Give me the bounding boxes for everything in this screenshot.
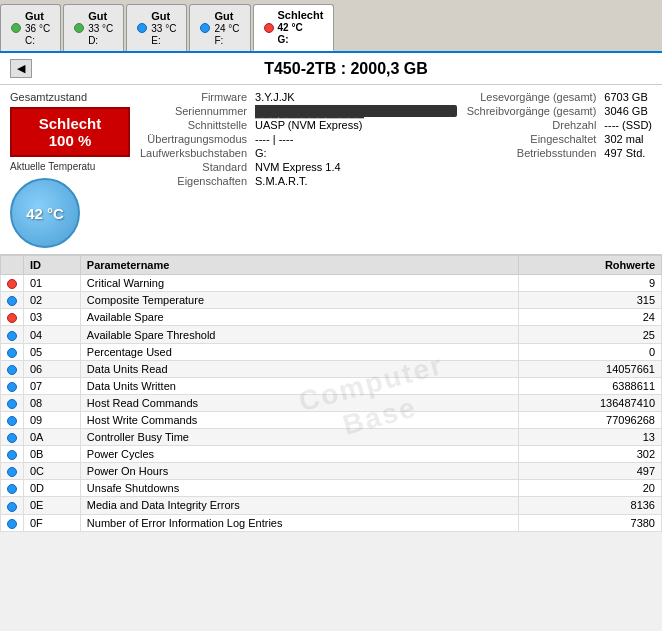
row-value: 9 xyxy=(519,275,662,292)
row-id: 0C xyxy=(24,463,81,480)
table-row[interactable]: 08Host Read Commands136487410 xyxy=(1,394,662,411)
info-value: ██████████████ xyxy=(255,105,457,117)
row-value: 7380 xyxy=(519,514,662,531)
row-status-dot xyxy=(1,446,24,463)
row-status-dot xyxy=(1,360,24,377)
row-id: 04 xyxy=(24,326,81,343)
row-value: 0 xyxy=(519,343,662,360)
row-status-dot xyxy=(1,394,24,411)
tab-1[interactable]: Gut33 °CD: xyxy=(63,4,124,51)
info-label-right: Eingeschaltet xyxy=(467,133,597,145)
tab-dot-4 xyxy=(264,23,274,33)
row-status-dot xyxy=(1,497,24,514)
back-button[interactable]: ◀ xyxy=(10,59,32,78)
row-id: 0B xyxy=(24,446,81,463)
tab-dot-1 xyxy=(74,23,84,33)
right-panel: Lesevorgänge (gesamt)6703 GBSchreibvorgä… xyxy=(467,91,652,248)
row-id: 01 xyxy=(24,275,81,292)
table-row[interactable]: 02Composite Temperature315 xyxy=(1,292,662,309)
info-label-right: Drehzahl xyxy=(467,119,597,131)
info-value: NVM Express 1.4 xyxy=(255,161,457,173)
table-row[interactable]: 07Data Units Written6388611 xyxy=(1,377,662,394)
row-id: 0F xyxy=(24,514,81,531)
row-name: Available Spare xyxy=(80,309,518,326)
info-label: Seriennummer xyxy=(140,105,247,117)
table-row[interactable]: 0BPower Cycles302 xyxy=(1,446,662,463)
row-name: Data Units Read xyxy=(80,360,518,377)
title-bar: ◀ T450-2TB : 2000,3 GB xyxy=(0,53,662,85)
table-row[interactable]: 0FNumber of Error Information Log Entrie… xyxy=(1,514,662,531)
row-status-dot xyxy=(1,326,24,343)
row-name: Number of Error Information Log Entries xyxy=(80,514,518,531)
info-label: Schnittstelle xyxy=(140,119,247,131)
tab-dot-3 xyxy=(200,23,210,33)
left-panel: Gesamtzustand Schlecht 100 % Aktuelle Te… xyxy=(10,91,130,248)
row-id: 05 xyxy=(24,343,81,360)
row-value: 25 xyxy=(519,326,662,343)
info-value-right: 497 Std. xyxy=(604,147,652,159)
info-label: Firmware xyxy=(140,91,247,103)
row-id: 0A xyxy=(24,429,81,446)
row-id: 03 xyxy=(24,309,81,326)
info-value-right: 6703 GB xyxy=(604,91,652,103)
row-value: 136487410 xyxy=(519,394,662,411)
main-info: Gesamtzustand Schlecht 100 % Aktuelle Te… xyxy=(0,85,662,255)
row-status-dot xyxy=(1,377,24,394)
row-id: 08 xyxy=(24,394,81,411)
status-badge: Schlecht 100 % xyxy=(10,107,130,157)
row-value: 6388611 xyxy=(519,377,662,394)
row-value: 497 xyxy=(519,463,662,480)
row-status-dot xyxy=(1,480,24,497)
tab-dot-0 xyxy=(11,23,21,33)
info-value-right: 3046 GB xyxy=(604,105,652,117)
row-id: 0E xyxy=(24,497,81,514)
table-row[interactable]: 01Critical Warning9 xyxy=(1,275,662,292)
tab-bar: Gut36 °CC:Gut33 °CD:Gut33 °CE:Gut24 °CF:… xyxy=(0,0,662,53)
row-name: Controller Busy Time xyxy=(80,429,518,446)
info-label: Übertragungsmodus xyxy=(140,133,247,145)
page-title: T450-2TB : 2000,3 GB xyxy=(40,60,652,78)
row-name: Unsafe Shutdowns xyxy=(80,480,518,497)
info-label: Laufwerksbuchstaben xyxy=(140,147,247,159)
row-id: 09 xyxy=(24,411,81,428)
table-row[interactable]: 03Available Spare24 xyxy=(1,309,662,326)
info-value: ---- | ---- xyxy=(255,133,457,145)
row-status-dot xyxy=(1,514,24,531)
row-name: Critical Warning xyxy=(80,275,518,292)
table-row[interactable]: 0AController Busy Time13 xyxy=(1,429,662,446)
table-row[interactable]: 06Data Units Read14057661 xyxy=(1,360,662,377)
temperature-bubble: 42 °C xyxy=(10,178,80,248)
tab-3[interactable]: Gut24 °CF: xyxy=(189,4,250,51)
info-label-right: Betriebsstunden xyxy=(467,147,597,159)
info-label: Eigenschaften xyxy=(140,175,247,187)
table-row[interactable]: 0CPower On Hours497 xyxy=(1,463,662,480)
row-value: 14057661 xyxy=(519,360,662,377)
table-row[interactable]: 05Percentage Used0 xyxy=(1,343,662,360)
info-value-right: 302 mal xyxy=(604,133,652,145)
smart-table: ID Parametername Rohwerte 01Critical War… xyxy=(0,255,662,531)
info-value: UASP (NVM Express) xyxy=(255,119,457,131)
row-name: Available Spare Threshold xyxy=(80,326,518,343)
tab-2[interactable]: Gut33 °CE: xyxy=(126,4,187,51)
info-value: S.M.A.R.T. xyxy=(255,175,457,187)
info-label-right: Schreibvorgänge (gesamt) xyxy=(467,105,597,117)
row-status-dot xyxy=(1,292,24,309)
row-name: Media and Data Integrity Errors xyxy=(80,497,518,514)
col-value: Rohwerte xyxy=(519,256,662,275)
row-value: 8136 xyxy=(519,497,662,514)
tab-4[interactable]: Schlecht42 °CG: xyxy=(253,4,335,51)
table-row[interactable]: 04Available Spare Threshold25 xyxy=(1,326,662,343)
row-name: Host Read Commands xyxy=(80,394,518,411)
table-row[interactable]: 0DUnsafe Shutdowns20 xyxy=(1,480,662,497)
row-name: Host Write Commands xyxy=(80,411,518,428)
tab-0[interactable]: Gut36 °CC: xyxy=(0,4,61,51)
col-status xyxy=(1,256,24,275)
col-id: ID xyxy=(24,256,81,275)
table-row[interactable]: 09Host Write Commands77096268 xyxy=(1,411,662,428)
info-label-right: Lesevorgänge (gesamt) xyxy=(467,91,597,103)
table-row[interactable]: 0EMedia and Data Integrity Errors8136 xyxy=(1,497,662,514)
row-id: 07 xyxy=(24,377,81,394)
row-status-dot xyxy=(1,309,24,326)
row-status-dot xyxy=(1,343,24,360)
row-name: Composite Temperature xyxy=(80,292,518,309)
